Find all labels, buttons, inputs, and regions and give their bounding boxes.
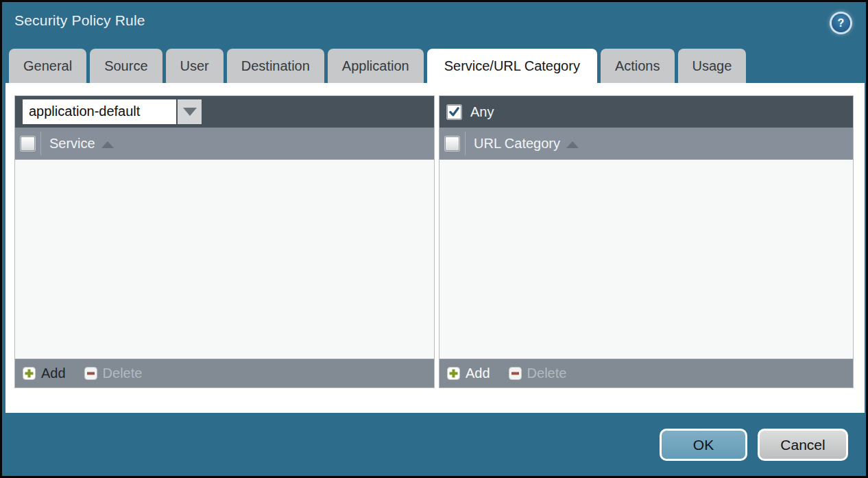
url-category-panel: Any URL Category Add [439,95,854,388]
dialog-action-buttons: OK Cancel [660,429,848,461]
tab-service-url-category[interactable]: Service/URL Category [427,49,597,83]
plus-icon [23,367,36,380]
tab-usage[interactable]: Usage [678,49,747,83]
add-service-button[interactable]: Add [23,366,66,381]
help-icon[interactable]: ? [832,14,850,32]
tab-destination[interactable]: Destination [227,49,324,83]
any-checkbox[interactable] [447,105,461,119]
security-policy-rule-dialog: Security Policy Rule ? General Source Us… [0,0,868,478]
service-type-dropdown[interactable]: application-default [23,99,202,124]
delete-service-button[interactable]: Delete [84,366,143,381]
url-category-list[interactable] [439,160,853,359]
add-url-category-button[interactable]: Add [447,366,490,381]
dialog-titlebar: Security Policy Rule ? [2,2,866,47]
ok-button[interactable]: OK [660,429,747,461]
plus-icon [447,367,460,380]
help-glyph: ? [838,17,845,29]
tab-source[interactable]: Source [90,49,162,83]
url-category-toolbar: Any [439,96,853,128]
tab-general[interactable]: General [9,49,86,83]
tab-user[interactable]: User [166,49,224,83]
tab-bar: General Source User Destination Applicat… [9,49,746,83]
delete-label: Delete [103,366,143,381]
dropdown-arrow-button[interactable] [178,99,202,124]
delete-label: Delete [527,366,567,381]
url-category-grid-header: URL Category [439,128,853,160]
chevron-down-icon [183,108,197,116]
checkmark-icon [448,105,461,119]
service-panel: application-default Service [14,95,435,388]
delete-url-category-button[interactable]: Delete [509,366,567,381]
cancel-button[interactable]: Cancel [758,429,848,461]
service-grid-header: Service [15,128,434,160]
select-all-services-checkbox[interactable] [21,136,35,151]
any-label: Any [470,104,494,120]
column-divider [40,132,41,155]
service-list[interactable] [15,160,434,359]
add-label: Add [466,366,490,381]
service-grid-footer: Add Delete [15,359,434,387]
select-all-url-categories-checkbox[interactable] [445,136,459,151]
dialog-title: Security Policy Rule [14,12,145,29]
minus-icon [509,367,522,380]
tab-application[interactable]: Application [328,49,424,83]
service-toolbar: application-default [15,96,434,128]
service-type-value[interactable]: application-default [23,99,176,124]
service-column-header[interactable]: Service [49,136,95,152]
tab-content-sheet: application-default Service [5,83,865,413]
url-category-grid-footer: Add Delete [439,359,853,387]
tab-actions[interactable]: Actions [601,49,675,83]
column-divider [465,132,466,155]
sort-ascending-icon[interactable] [101,141,114,148]
minus-icon [84,367,97,380]
sort-ascending-icon[interactable] [566,141,579,148]
url-category-column-header[interactable]: URL Category [474,136,560,152]
add-label: Add [41,366,66,381]
